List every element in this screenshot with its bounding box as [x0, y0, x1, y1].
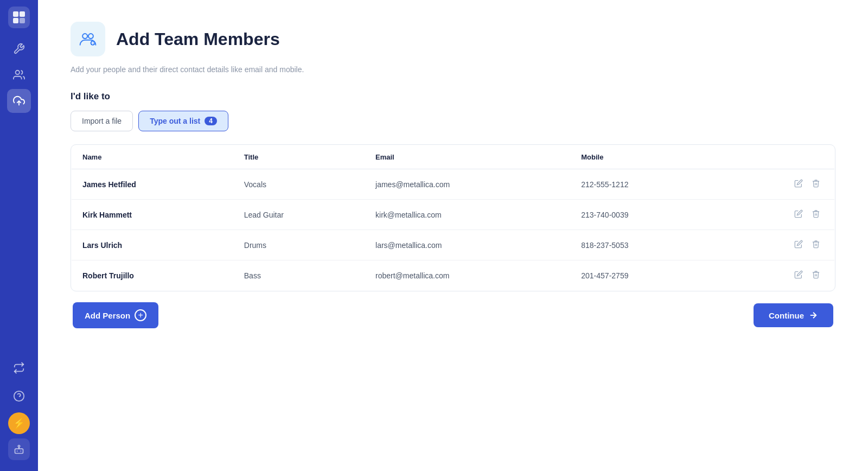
- type-list-badge: 4: [205, 117, 217, 125]
- table-footer: Add Person + Continue: [71, 302, 835, 328]
- table-row: James Hetfiled Vocals james@metallica.co…: [72, 169, 835, 200]
- cell-email-2: lars@metallica.com: [365, 230, 570, 260]
- add-person-button[interactable]: Add Person +: [73, 302, 158, 328]
- sidebar-item-help[interactable]: [7, 384, 31, 408]
- page-icon: [71, 22, 105, 56]
- cell-title-1: Lead Guitar: [233, 200, 365, 230]
- cell-name-3: Robert Trujillo: [72, 260, 233, 291]
- cell-actions-3: [718, 260, 835, 291]
- cell-actions-0: [718, 169, 835, 200]
- delete-button-1[interactable]: [808, 207, 824, 222]
- cell-mobile-2: 818-237-5053: [570, 230, 718, 260]
- cell-email-3: robert@metallica.com: [365, 260, 570, 291]
- cell-name-1: Kirk Hammett: [72, 200, 233, 230]
- arrow-right-icon: [808, 310, 818, 320]
- continue-button[interactable]: Continue: [754, 303, 833, 327]
- cell-mobile-1: 213-740-0039: [570, 200, 718, 230]
- main-content: Add Team Members Add your people and the…: [38, 0, 868, 471]
- sidebar-item-upload[interactable]: [7, 89, 31, 113]
- edit-button-1[interactable]: [791, 207, 806, 222]
- page-subtitle: Add your people and their direct contact…: [71, 65, 835, 74]
- cell-email-1: kirk@metallica.com: [365, 200, 570, 230]
- sidebar-logo[interactable]: [8, 7, 30, 28]
- plus-circle-icon: +: [135, 309, 146, 321]
- sidebar-bottom: ⚡: [7, 356, 31, 464]
- table-row: Lars Ulrich Drums lars@metallica.com 818…: [72, 230, 835, 260]
- import-file-button[interactable]: Import a file: [71, 111, 133, 131]
- cell-title-3: Bass: [233, 260, 365, 291]
- toggle-group: Import a file Type out a list 4: [71, 111, 835, 131]
- sidebar-item-arrows[interactable]: [7, 356, 31, 380]
- svg-point-13: [82, 34, 87, 39]
- page-header: Add Team Members: [71, 22, 835, 56]
- cell-name-0: James Hetfiled: [72, 169, 233, 200]
- sidebar-item-team[interactable]: [7, 63, 31, 87]
- svg-point-4: [16, 71, 20, 74]
- sidebar: ⚡: [0, 0, 38, 471]
- sidebar-item-tools[interactable]: [7, 37, 31, 61]
- svg-rect-8: [15, 449, 23, 453]
- section-label: I'd like to: [71, 91, 835, 102]
- svg-rect-0: [13, 11, 18, 17]
- add-person-label: Add Person: [85, 311, 130, 320]
- edit-button-0[interactable]: [791, 177, 806, 192]
- cell-actions-1: [718, 200, 835, 230]
- cell-actions-2: [718, 230, 835, 260]
- svg-rect-3: [20, 18, 25, 23]
- cell-name-2: Lars Ulrich: [72, 230, 233, 260]
- col-actions: [718, 145, 835, 169]
- table-header-row: Name Title Email Mobile: [72, 145, 835, 169]
- edit-button-3[interactable]: [791, 268, 806, 283]
- col-email: Email: [365, 145, 570, 169]
- cell-title-2: Drums: [233, 230, 365, 260]
- delete-button-2[interactable]: [808, 238, 824, 252]
- svg-point-14: [88, 34, 93, 39]
- page-title: Add Team Members: [116, 29, 280, 49]
- cell-mobile-0: 212-555-1212: [570, 169, 718, 200]
- svg-point-9: [18, 445, 20, 447]
- cell-email-0: james@metallica.com: [365, 169, 570, 200]
- svg-rect-1: [20, 11, 25, 17]
- team-table: Name Title Email Mobile James Hetfiled V…: [71, 145, 835, 291]
- continue-label: Continue: [769, 311, 804, 320]
- cell-mobile-3: 201-457-2759: [570, 260, 718, 291]
- type-list-button[interactable]: Type out a list 4: [138, 111, 228, 131]
- team-table-wrapper: Name Title Email Mobile James Hetfiled V…: [71, 144, 835, 291]
- svg-rect-2: [13, 18, 18, 23]
- col-mobile: Mobile: [570, 145, 718, 169]
- type-list-label: Type out a list: [150, 117, 200, 125]
- col-name: Name: [72, 145, 233, 169]
- sidebar-bot-button[interactable]: [8, 438, 30, 460]
- col-title: Title: [233, 145, 365, 169]
- delete-button-3[interactable]: [808, 268, 824, 283]
- edit-button-2[interactable]: [791, 238, 806, 252]
- delete-button-0[interactable]: [808, 177, 824, 192]
- table-row: Robert Trujillo Bass robert@metallica.co…: [72, 260, 835, 291]
- table-row: Kirk Hammett Lead Guitar kirk@metallica.…: [72, 200, 835, 230]
- cell-title-0: Vocals: [233, 169, 365, 200]
- sidebar-avatar-button[interactable]: ⚡: [8, 412, 30, 434]
